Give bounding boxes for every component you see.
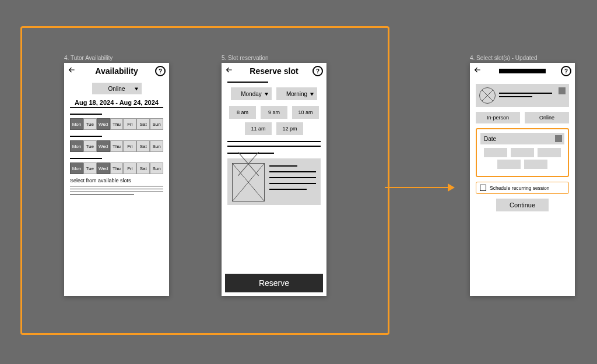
- date-select-label: Date: [484, 136, 496, 142]
- week-row-2: Mon Tue Wed Thu Fri Sat Sun: [70, 140, 163, 152]
- screen-reserve-slot: Reserve slot ? Monday Morning 8 am 9 am …: [222, 63, 326, 296]
- slot-option[interactable]: [511, 148, 534, 157]
- caption-screen-3: 4. Select slot(s) - Updated: [470, 55, 538, 61]
- chevron-down-icon: [135, 86, 138, 92]
- flow-arrow: [385, 181, 455, 195]
- screen-availability: Availability ? Online Aug 18, 2024 - Aug…: [64, 63, 169, 296]
- week-row-3: Mon Tue Wed Thu Fri Sat Sun: [70, 162, 163, 174]
- text-line: [227, 141, 321, 142]
- date-select[interactable]: Date: [480, 133, 564, 144]
- arrow-right-icon: [448, 183, 455, 192]
- day-fri[interactable]: Fri: [123, 140, 136, 152]
- text-line: [70, 189, 163, 189]
- header: Reserve slot ?: [222, 63, 326, 79]
- day-sun[interactable]: Sun: [150, 118, 163, 130]
- day-thu[interactable]: Thu: [110, 118, 124, 130]
- caption-screen-1: 4. Tutor Availability: [64, 55, 113, 61]
- header: ?: [470, 63, 575, 79]
- day-fri[interactable]: Fri: [123, 162, 136, 174]
- time-11am[interactable]: 11 am: [245, 122, 272, 135]
- daypart-select-label: Morning: [286, 91, 307, 97]
- date-range[interactable]: Aug 18, 2024 - Aug 24, 2024: [70, 99, 163, 108]
- help-icon[interactable]: ?: [312, 66, 323, 76]
- slot-option[interactable]: [538, 148, 561, 157]
- time-10am[interactable]: 10 am: [292, 106, 319, 119]
- section-divider: [227, 82, 268, 83]
- section-divider: [70, 158, 102, 159]
- tutor-text-lines: [499, 91, 566, 100]
- slot-option[interactable]: [484, 148, 507, 157]
- day-tue[interactable]: Tue: [83, 118, 97, 130]
- help-icon[interactable]: ?: [155, 66, 166, 76]
- time-12pm[interactable]: 12 pm: [276, 122, 303, 135]
- available-slots-label: Select from available slots: [70, 178, 163, 183]
- mode-in-person[interactable]: In-person: [476, 112, 520, 123]
- avatar-icon: [479, 87, 496, 104]
- day-thu[interactable]: Thu: [110, 162, 124, 174]
- time-8am[interactable]: 8 am: [229, 106, 256, 119]
- image-placeholder-icon: [232, 163, 265, 202]
- date-slot-panel: Date: [476, 128, 569, 177]
- reserve-button[interactable]: Reserve: [225, 274, 323, 292]
- reserve-button-label: Reserve: [259, 278, 289, 288]
- section-divider: [70, 114, 102, 115]
- page-title: Reserve slot: [250, 66, 298, 76]
- screen-select-slots-updated: ? In-person Online Date: [470, 63, 575, 296]
- mode-select-label: Online: [108, 86, 125, 92]
- time-9am[interactable]: 9 am: [261, 106, 287, 119]
- summary-text-lines: [269, 163, 316, 200]
- section-divider: [70, 136, 102, 137]
- day-tue[interactable]: Tue: [83, 140, 97, 152]
- slot-option[interactable]: [497, 160, 521, 169]
- mode-select[interactable]: Online: [92, 83, 142, 94]
- day-wed[interactable]: Wed: [97, 118, 110, 130]
- action-square-icon[interactable]: [559, 87, 566, 94]
- summary-card: [227, 158, 321, 205]
- help-icon[interactable]: ?: [561, 66, 571, 76]
- daypart-select[interactable]: Morning: [276, 87, 317, 100]
- day-sun[interactable]: Sun: [150, 140, 163, 152]
- caption-screen-2: 5. Slot reservation: [222, 55, 269, 61]
- week-row-1: Mon Tue Wed Thu Fri Sat Sun: [70, 118, 163, 130]
- back-icon[interactable]: [68, 66, 76, 76]
- slot-option[interactable]: [524, 160, 547, 169]
- calendar-icon: [555, 135, 562, 142]
- back-icon[interactable]: [473, 66, 482, 76]
- day-sat[interactable]: Sat: [136, 140, 150, 152]
- text-line: [227, 146, 321, 147]
- day-sat[interactable]: Sat: [136, 118, 150, 130]
- day-select-label: Monday: [241, 91, 262, 97]
- day-sat[interactable]: Sat: [136, 162, 150, 174]
- day-thu[interactable]: Thu: [110, 140, 124, 152]
- day-sun[interactable]: Sun: [150, 162, 163, 174]
- recurring-checkbox[interactable]: [480, 185, 486, 191]
- header: Availability ?: [64, 63, 169, 79]
- continue-button[interactable]: Continue: [496, 199, 549, 211]
- chevron-down-icon: [310, 91, 314, 97]
- text-line: [70, 192, 163, 192]
- continue-button-label: Continue: [510, 202, 535, 208]
- day-fri[interactable]: Fri: [123, 118, 136, 130]
- recurring-session-option[interactable]: Schedule recurring session: [476, 182, 569, 194]
- chevron-down-icon: [265, 91, 268, 97]
- day-wed[interactable]: Wed: [97, 162, 110, 174]
- day-mon[interactable]: Mon: [70, 118, 83, 130]
- back-icon[interactable]: [225, 66, 233, 76]
- recurring-label: Schedule recurring session: [490, 185, 550, 191]
- page-title-redacted: [499, 69, 546, 73]
- day-mon[interactable]: Mon: [70, 140, 83, 152]
- text-line: [70, 186, 163, 186]
- day-mon[interactable]: Mon: [70, 162, 83, 174]
- mode-online[interactable]: Online: [525, 112, 569, 123]
- day-select[interactable]: Monday: [231, 87, 272, 100]
- section-divider: [227, 153, 274, 154]
- text-line: [70, 195, 134, 195]
- page-title: Availability: [95, 66, 138, 76]
- day-tue[interactable]: Tue: [83, 162, 97, 174]
- tutor-card[interactable]: [476, 84, 569, 107]
- day-wed[interactable]: Wed: [97, 140, 110, 152]
